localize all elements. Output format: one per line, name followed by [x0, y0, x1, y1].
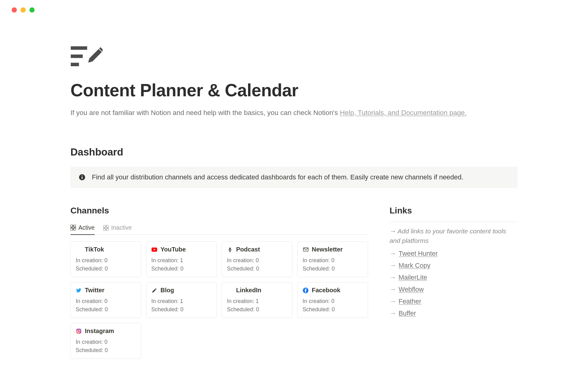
instagram-icon	[76, 328, 82, 334]
gallery-icon	[70, 225, 76, 230]
links-helper: → Add links to your favorite content too…	[390, 226, 518, 246]
divider	[390, 222, 518, 222]
page-title: Content Planner & Calendar	[70, 80, 518, 100]
scheduled-stat: Scheduled: 0	[227, 266, 287, 272]
svg-rect-15	[103, 228, 106, 231]
arrow-icon: →	[390, 286, 396, 293]
channel-card-linkedin[interactable]: LinkedInIn creation: 1Scheduled: 0	[222, 282, 292, 318]
scheduled-stat: Scheduled: 0	[76, 306, 136, 313]
scheduled-stat: Scheduled: 0	[303, 306, 363, 313]
link-item: →Mark Copy	[390, 262, 518, 270]
channel-card-blog[interactable]: BlogIn creation: 1Scheduled: 0	[146, 282, 217, 318]
twitter-icon	[76, 287, 82, 293]
arrow-icon: →	[390, 262, 396, 270]
in-creation-stat: In creation: 0	[76, 298, 136, 305]
channel-card-newsletter[interactable]: NewsletterIn creation: 0Scheduled: 0	[297, 241, 368, 277]
svg-rect-19	[229, 247, 231, 250]
scheduled-stat: Scheduled: 0	[76, 347, 136, 354]
linkedin-icon	[227, 287, 233, 293]
scheduled-stat: Scheduled: 0	[151, 266, 212, 272]
in-creation-stat: In creation: 0	[303, 257, 363, 264]
channel-card-tiktok[interactable]: TikTokIn creation: 0Scheduled: 0	[70, 241, 141, 277]
svg-rect-16	[107, 228, 109, 231]
channel-card-youtube[interactable]: YouTubeIn creation: 1Scheduled: 0	[146, 241, 217, 277]
links-list: →Tweet Hunter→Mark Copy→MailerLite→Webfl…	[390, 250, 518, 317]
external-link[interactable]: MailerLite	[399, 274, 427, 282]
newsletter-icon	[303, 247, 309, 253]
in-creation-stat: In creation: 0	[76, 257, 136, 264]
tab-active[interactable]: Active	[70, 224, 95, 235]
link-item: →Webflow	[390, 286, 518, 293]
links-heading: Links	[390, 206, 518, 216]
external-link[interactable]: Webflow	[399, 286, 424, 293]
channels-grid: TikTokIn creation: 0Scheduled: 0YouTubeI…	[70, 241, 368, 359]
in-creation-stat: In creation: 0	[76, 339, 136, 345]
channel-card-twitter[interactable]: TwitterIn creation: 0Scheduled: 0	[70, 282, 141, 318]
in-creation-stat: In creation: 0	[227, 257, 287, 264]
intro-text: If you are not familiar with Notion and …	[70, 108, 518, 118]
link-item: →Tweet Hunter	[390, 250, 518, 258]
tab-inactive-label: Inactive	[111, 224, 132, 231]
channels-tabs: Active Inactive	[70, 224, 368, 235]
tab-active-label: Active	[78, 224, 95, 231]
svg-rect-13	[103, 225, 106, 228]
link-item: →MailerLite	[390, 274, 518, 282]
svg-rect-24	[76, 328, 81, 334]
channel-card-instagram[interactable]: InstagramIn creation: 0Scheduled: 0	[70, 323, 141, 359]
external-link[interactable]: Mark Copy	[399, 262, 431, 270]
dashboard-heading: Dashboard	[70, 146, 518, 158]
svg-point-7	[81, 175, 82, 176]
window-maximize-button[interactable]	[29, 7, 35, 13]
channel-card-podcast[interactable]: PodcastIn creation: 0Scheduled: 0	[222, 241, 292, 277]
arrow-icon: →	[390, 274, 396, 282]
in-creation-stat: In creation: 0	[303, 298, 363, 305]
scheduled-stat: Scheduled: 0	[227, 306, 287, 313]
channels-heading: Channels	[70, 206, 368, 216]
window-close-button[interactable]	[12, 7, 17, 13]
channel-name: TikTok	[85, 246, 104, 253]
svg-rect-9	[70, 225, 73, 227]
svg-rect-1	[71, 55, 83, 58]
channel-name: Blog	[160, 287, 174, 294]
svg-rect-2	[71, 63, 79, 66]
svg-rect-14	[107, 225, 109, 228]
channel-name: YouTube	[160, 246, 186, 253]
link-item: →Buffer	[390, 310, 518, 317]
channel-name: Instagram	[85, 328, 114, 335]
channel-name: LinkedIn	[236, 287, 261, 294]
svg-rect-11	[70, 228, 73, 231]
gallery-icon	[103, 225, 109, 231]
help-docs-link[interactable]: Help, Tutorials, and Documentation page.	[340, 109, 467, 117]
arrow-icon: →	[390, 250, 396, 258]
dashboard-callout: Find all your distribution channels and …	[70, 167, 518, 188]
in-creation-stat: In creation: 1	[151, 298, 212, 305]
channel-name: Newsletter	[312, 246, 343, 253]
scheduled-stat: Scheduled: 0	[151, 306, 212, 313]
tab-inactive[interactable]: Inactive	[103, 224, 132, 235]
arrow-icon: →	[390, 310, 396, 317]
external-link[interactable]: Tweet Hunter	[399, 250, 438, 258]
external-link[interactable]: Buffer	[399, 310, 416, 317]
tiktok-icon	[76, 247, 82, 253]
scheduled-stat: Scheduled: 0	[303, 266, 363, 272]
page-edit-icon	[70, 46, 103, 67]
callout-text: Find all your distribution channels and …	[92, 173, 463, 181]
info-icon	[79, 174, 85, 180]
facebook-icon	[303, 287, 309, 293]
channel-card-facebook[interactable]: FacebookIn creation: 0Scheduled: 0	[297, 282, 368, 318]
svg-rect-3	[89, 49, 102, 62]
svg-rect-0	[71, 46, 87, 50]
svg-rect-12	[74, 228, 76, 231]
podcast-icon	[227, 247, 233, 253]
scheduled-stat: Scheduled: 0	[76, 266, 136, 272]
youtube-icon	[151, 247, 157, 253]
external-link[interactable]: Feather	[399, 298, 421, 305]
arrow-icon: →	[390, 298, 396, 305]
window-minimize-button[interactable]	[21, 7, 26, 13]
svg-rect-8	[82, 177, 83, 179]
link-item: →Feather	[390, 298, 518, 305]
blog-icon	[151, 287, 157, 293]
in-creation-stat: In creation: 1	[151, 257, 212, 264]
in-creation-stat: In creation: 1	[227, 298, 287, 305]
channel-name: Podcast	[236, 246, 260, 253]
